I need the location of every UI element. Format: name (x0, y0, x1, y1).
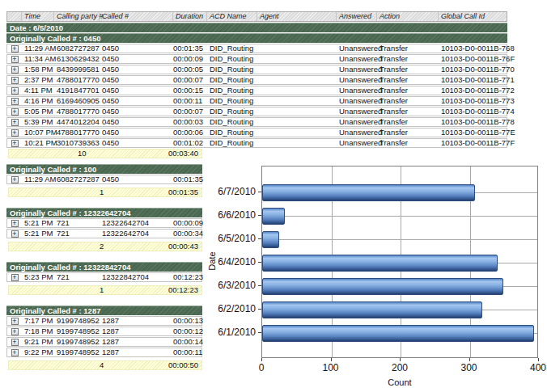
group-summary-row: 10 00:03:40 (8, 149, 202, 158)
cell-called: 1287 (100, 338, 173, 346)
expand-cell (7, 86, 22, 95)
call-row[interactable]: 5:21 PM7211232264270400:00:09 (6, 218, 202, 228)
cell-time: 5:23 PM (22, 273, 54, 281)
call-row[interactable]: 2:37 PM4788017770045000:00:07DID_Routing… (6, 75, 507, 85)
chart-plot-area (261, 166, 538, 358)
call-row[interactable]: 5:05 PM4788017770045000:00:07DID_Routing… (6, 107, 507, 116)
date-group-header: Date : 6/5/2010 (6, 23, 507, 32)
expand-plus-icon[interactable] (11, 140, 19, 147)
expand-plus-icon[interactable] (11, 56, 19, 63)
call-row[interactable]: 7:17 PM9199748952128700:00:13 (6, 316, 202, 326)
called-group-section: Originally Called # : 123228427045:23 PM… (6, 262, 202, 295)
chart-bar (262, 208, 285, 225)
expand-plus-icon[interactable] (11, 119, 19, 126)
cell-agent (257, 139, 337, 147)
call-row[interactable]: 4:11 PM4191847701045000:00:15DID_Routing… (6, 86, 507, 95)
call-row[interactable]: 5:23 PM7211232284270400:12:23 (6, 272, 202, 282)
call-row[interactable]: 4:16 PM6169460905045000:00:11DID_Routing… (6, 96, 507, 106)
summary-count: 10 (78, 150, 87, 158)
summary-count: 4 (100, 361, 104, 369)
call-row[interactable]: 9:22 PM9199748952128700:00:11 (6, 348, 202, 357)
cell-global: 10103-D0-0011B-772 (439, 86, 508, 95)
call-row[interactable]: 5:21 PM7211232264270400:00:34 (6, 229, 202, 238)
cell-time: 5:39 PM (22, 118, 54, 126)
expand-plus-icon[interactable] (11, 274, 19, 281)
cell-duration: 00:00:05 (173, 65, 207, 74)
called-group-label: Originally Called # : 12322842704 (10, 263, 130, 272)
expand-plus-icon[interactable] (11, 349, 19, 356)
expand-plus-icon[interactable] (11, 45, 19, 53)
expand-plus-icon[interactable] (11, 108, 19, 116)
cell-global: 10103-D0-0011B-76F (439, 55, 508, 63)
y-axis-tick (258, 262, 261, 263)
column-header-duration: Duration (173, 12, 207, 21)
cell-global: 10103-D0-0011B-768 (439, 44, 508, 53)
expand-plus-icon[interactable] (11, 98, 19, 105)
expand-plus-icon[interactable] (11, 77, 19, 84)
cell-agent (257, 97, 337, 105)
expand-plus-icon[interactable] (11, 318, 19, 325)
gridline (262, 239, 537, 240)
cell-agent (257, 118, 337, 126)
cell-calling: 8439999581 (54, 65, 100, 74)
column-header-called: Called # (100, 12, 173, 21)
cell-duration: 00:00:13 (173, 317, 203, 325)
summary-duration: 00:00:43 (168, 242, 198, 251)
cell-duration: 00:00:07 (173, 76, 207, 84)
chart-bar (262, 325, 534, 342)
summary-duration: 00:00:50 (168, 361, 198, 369)
expand-plus-icon[interactable] (11, 87, 19, 95)
cell-duration: 00:00:03 (173, 118, 207, 126)
cell-time: 2:37 PM (22, 76, 54, 84)
expand-plus-icon[interactable] (11, 328, 19, 335)
expand-plus-icon[interactable] (11, 230, 19, 238)
expand-cell (7, 129, 22, 137)
expand-cell (7, 219, 22, 227)
cell-action: Transfer (377, 139, 439, 147)
cell-calling: 4191847701 (54, 86, 100, 95)
call-row[interactable]: 10:07 PM4788017770045000:00:06DID_Routin… (6, 128, 507, 137)
cell-duration: 00:00:06 (173, 129, 207, 137)
group-summary-row: 100:12:23 (8, 285, 202, 295)
expand-plus-icon[interactable] (11, 176, 19, 183)
expand-plus-icon[interactable] (11, 220, 19, 227)
expand-plus-icon[interactable] (11, 66, 19, 74)
summary-count: 1 (100, 286, 104, 294)
cell-agent (257, 55, 337, 63)
summary-count: 2 (100, 242, 104, 251)
cell-calling: 721 (54, 230, 100, 238)
cell-action: Transfer (377, 65, 439, 74)
cell-action: Transfer (377, 118, 439, 126)
cell-calling: 9199748952 (54, 348, 100, 356)
called-group-section: Originally Called # : 123226427045:21 PM… (6, 208, 202, 251)
expand-cell (7, 338, 22, 346)
expand-plus-icon[interactable] (11, 129, 19, 137)
call-row[interactable]: 7:18 PM9199748952128700:00:12 (6, 327, 202, 336)
expand-plus-icon[interactable] (11, 339, 19, 346)
expand-cell (7, 139, 22, 147)
call-row[interactable]: 11:29 AM6082727287045000:01:35DID_Routin… (6, 44, 507, 53)
call-row[interactable]: 11:34 AM6130629432045000:00:09DID_Routin… (6, 54, 507, 64)
cell-called: 12322842704 (100, 273, 173, 281)
call-row[interactable]: 10:21 PM3010739363045000:01:02DID_Routin… (6, 138, 507, 148)
called-group-section: Originally Called # : 12877:17 PM9199748… (6, 306, 202, 370)
call-row[interactable]: 5:39 PM4474012204045000:00:03DID_Routing… (6, 117, 507, 127)
cell-acd: DID_Routing (207, 107, 257, 116)
cell-called: 0450 (100, 76, 173, 84)
x-axis-tick (400, 358, 401, 361)
x-axis-tick-label: 100 (322, 362, 338, 373)
cell-called: 0450 (100, 118, 173, 126)
chart-bar (262, 184, 475, 201)
cell-duration: 00:12:23 (173, 273, 203, 281)
call-row[interactable]: 11:29 AM6082727287045000:01:35 (6, 175, 202, 184)
column-header-answered: Answered (337, 12, 377, 21)
called-group-header: Originally Called # : 12322842704 (6, 262, 202, 272)
cell-called: 1287 (100, 348, 173, 356)
call-row[interactable]: 9:21 PM9199748952128700:00:14 (6, 337, 202, 347)
y-axis-tick (258, 309, 261, 310)
y-axis-label: 6/1/2010 (202, 327, 256, 338)
chart-bar (262, 255, 498, 272)
call-row[interactable]: 1:58 PM8439999581045000:00:05DID_Routing… (6, 65, 507, 74)
cell-answered: Unanswered (337, 86, 377, 95)
cell-calling: 4788017770 (54, 129, 100, 137)
